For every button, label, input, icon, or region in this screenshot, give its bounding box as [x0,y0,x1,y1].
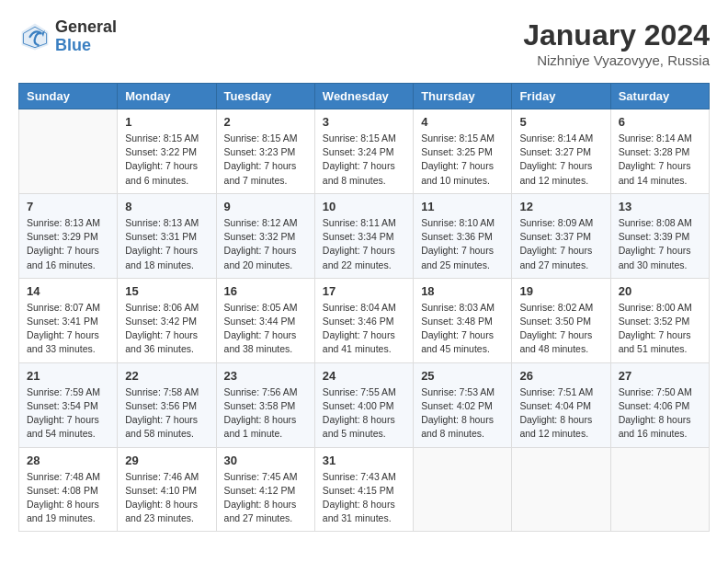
day-number: 5 [519,115,602,129]
day-info: Sunrise: 8:07 AMSunset: 3:41 PMDaylight:… [27,301,109,357]
day-info: Sunrise: 7:51 AMSunset: 4:04 PMDaylight:… [519,385,602,442]
day-number: 4 [421,115,504,129]
day-number: 11 [421,200,504,213]
calendar-cell: 22Sunrise: 7:58 AMSunset: 3:56 PMDayligh… [118,362,216,447]
weekday-header-saturday: Saturday [610,84,709,109]
day-number: 16 [224,284,307,298]
day-number: 23 [224,369,307,383]
day-info: Sunrise: 7:55 AMSunset: 4:00 PMDaylight:… [323,385,405,442]
calendar-table: SundayMondayTuesdayWednesdayThursdayFrid… [18,83,710,532]
day-info: Sunrise: 8:11 AMSunset: 3:34 PMDaylight:… [323,216,405,272]
day-info: Sunrise: 7:45 AMSunset: 4:12 PMDaylight:… [224,470,307,526]
day-number: 26 [519,369,602,383]
calendar-week-row: 21Sunrise: 7:59 AMSunset: 3:54 PMDayligh… [19,362,710,447]
day-number: 9 [224,200,307,213]
page-header: General Blue January 2024 Nizhniye Vyazo… [18,18,710,68]
calendar-cell: 31Sunrise: 7:43 AMSunset: 4:15 PMDayligh… [314,447,413,532]
day-info: Sunrise: 8:15 AMSunset: 3:25 PMDaylight:… [421,132,504,188]
day-info: Sunrise: 8:06 AMSunset: 3:42 PMDaylight:… [125,301,208,357]
calendar-cell [610,447,709,532]
title-block: January 2024 Nizhniye Vyazovyye, Russia [523,18,710,68]
calendar-cell: 10Sunrise: 8:11 AMSunset: 3:34 PMDayligh… [314,193,413,278]
day-number: 30 [224,454,307,467]
weekday-header-tuesday: Tuesday [216,84,314,109]
calendar-cell: 28Sunrise: 7:48 AMSunset: 4:08 PMDayligh… [19,447,118,532]
day-number: 1 [125,115,208,129]
weekday-header-monday: Monday [118,84,216,109]
day-number: 8 [125,200,208,213]
day-info: Sunrise: 8:12 AMSunset: 3:32 PMDaylight:… [224,216,307,272]
day-info: Sunrise: 8:14 AMSunset: 3:27 PMDaylight:… [519,132,602,188]
day-info: Sunrise: 8:05 AMSunset: 3:44 PMDaylight:… [224,301,307,357]
calendar-week-row: 14Sunrise: 8:07 AMSunset: 3:41 PMDayligh… [19,278,710,362]
calendar-cell: 3Sunrise: 8:15 AMSunset: 3:24 PMDaylight… [314,109,413,194]
day-number: 18 [421,284,504,298]
calendar-cell: 4Sunrise: 8:15 AMSunset: 3:25 PMDaylight… [414,109,512,194]
calendar-cell [414,447,512,532]
logo-text: General Blue [55,18,117,55]
day-info: Sunrise: 7:50 AMSunset: 4:06 PMDaylight:… [619,385,701,442]
calendar-cell: 18Sunrise: 8:03 AMSunset: 3:48 PMDayligh… [414,278,512,362]
calendar-cell: 13Sunrise: 8:08 AMSunset: 3:39 PMDayligh… [610,193,709,278]
calendar-cell [512,447,610,532]
calendar-cell: 24Sunrise: 7:55 AMSunset: 4:00 PMDayligh… [314,362,413,447]
calendar-header-row: SundayMondayTuesdayWednesdayThursdayFrid… [19,84,710,109]
day-info: Sunrise: 8:10 AMSunset: 3:36 PMDaylight:… [421,216,504,272]
calendar-week-row: 1Sunrise: 8:15 AMSunset: 3:22 PMDaylight… [19,109,710,194]
day-info: Sunrise: 7:48 AMSunset: 4:08 PMDaylight:… [27,470,109,526]
day-number: 19 [519,284,602,298]
location-subtitle: Nizhniye Vyazovyye, Russia [523,52,710,68]
calendar-cell: 11Sunrise: 8:10 AMSunset: 3:36 PMDayligh… [414,193,512,278]
day-info: Sunrise: 7:58 AMSunset: 3:56 PMDaylight:… [125,385,208,442]
day-number: 3 [323,115,405,129]
day-number: 14 [27,284,109,298]
calendar-cell: 17Sunrise: 8:04 AMSunset: 3:46 PMDayligh… [314,278,413,362]
day-number: 6 [619,115,701,129]
calendar-cell: 21Sunrise: 7:59 AMSunset: 3:54 PMDayligh… [19,362,118,447]
day-number: 25 [421,369,504,383]
day-info: Sunrise: 7:46 AMSunset: 4:10 PMDaylight:… [125,470,208,526]
calendar-cell: 29Sunrise: 7:46 AMSunset: 4:10 PMDayligh… [118,447,216,532]
day-info: Sunrise: 8:14 AMSunset: 3:28 PMDaylight:… [619,132,701,188]
calendar-cell: 12Sunrise: 8:09 AMSunset: 3:37 PMDayligh… [512,193,610,278]
day-number: 31 [323,454,405,467]
day-info: Sunrise: 8:15 AMSunset: 3:24 PMDaylight:… [323,132,405,188]
calendar-cell: 9Sunrise: 8:12 AMSunset: 3:32 PMDaylight… [216,193,314,278]
day-info: Sunrise: 8:03 AMSunset: 3:48 PMDaylight:… [421,301,504,357]
calendar-cell: 6Sunrise: 8:14 AMSunset: 3:28 PMDaylight… [610,109,709,194]
month-title: January 2024 [523,18,710,52]
day-info: Sunrise: 7:53 AMSunset: 4:02 PMDaylight:… [421,385,504,442]
day-info: Sunrise: 8:15 AMSunset: 3:22 PMDaylight:… [125,132,208,188]
calendar-week-row: 7Sunrise: 8:13 AMSunset: 3:29 PMDaylight… [19,193,710,278]
day-info: Sunrise: 8:04 AMSunset: 3:46 PMDaylight:… [323,301,405,357]
day-number: 28 [27,454,109,467]
logo: General Blue [18,18,117,55]
day-number: 10 [323,200,405,213]
day-info: Sunrise: 7:56 AMSunset: 3:58 PMDaylight:… [224,385,307,442]
calendar-cell: 30Sunrise: 7:45 AMSunset: 4:12 PMDayligh… [216,447,314,532]
day-info: Sunrise: 8:09 AMSunset: 3:37 PMDaylight:… [519,216,602,272]
day-info: Sunrise: 8:08 AMSunset: 3:39 PMDaylight:… [619,216,701,272]
calendar-cell: 5Sunrise: 8:14 AMSunset: 3:27 PMDaylight… [512,109,610,194]
day-info: Sunrise: 8:00 AMSunset: 3:52 PMDaylight:… [619,301,701,357]
calendar-cell: 2Sunrise: 8:15 AMSunset: 3:23 PMDaylight… [216,109,314,194]
day-info: Sunrise: 7:59 AMSunset: 3:54 PMDaylight:… [27,385,109,442]
calendar-week-row: 28Sunrise: 7:48 AMSunset: 4:08 PMDayligh… [19,447,710,532]
day-number: 15 [125,284,208,298]
calendar-cell: 25Sunrise: 7:53 AMSunset: 4:02 PMDayligh… [414,362,512,447]
calendar-cell: 20Sunrise: 8:00 AMSunset: 3:52 PMDayligh… [610,278,709,362]
calendar-cell: 14Sunrise: 8:07 AMSunset: 3:41 PMDayligh… [19,278,118,362]
day-info: Sunrise: 8:15 AMSunset: 3:23 PMDaylight:… [224,132,307,188]
day-number: 12 [519,200,602,213]
calendar-cell: 27Sunrise: 7:50 AMSunset: 4:06 PMDayligh… [610,362,709,447]
calendar-cell: 15Sunrise: 8:06 AMSunset: 3:42 PMDayligh… [118,278,216,362]
logo-icon [18,20,51,53]
calendar-cell: 8Sunrise: 8:13 AMSunset: 3:31 PMDaylight… [118,193,216,278]
weekday-header-thursday: Thursday [414,84,512,109]
day-number: 2 [224,115,307,129]
weekday-header-sunday: Sunday [19,84,118,109]
day-info: Sunrise: 8:13 AMSunset: 3:31 PMDaylight:… [125,216,208,272]
day-number: 27 [619,369,701,383]
day-number: 20 [619,284,701,298]
weekday-header-wednesday: Wednesday [314,84,413,109]
